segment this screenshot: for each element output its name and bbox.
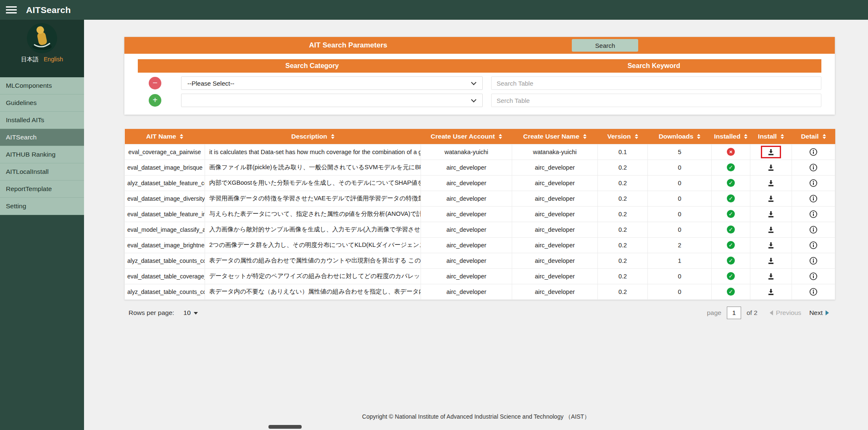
detail-button[interactable] (807, 255, 820, 266)
detail-button[interactable] (807, 178, 820, 189)
column-header[interactable]: Create User Account (421, 129, 512, 144)
version-cell: 0.1 (598, 144, 648, 160)
plus-icon: + (153, 96, 158, 104)
results-table: AIT Name Description (124, 129, 835, 300)
column-header[interactable]: Description (205, 129, 421, 144)
detail-button[interactable] (807, 147, 820, 157)
installed-yes-icon: ✓ (727, 163, 735, 171)
column-header[interactable]: Downloads (648, 129, 712, 144)
previous-arrow-icon (770, 310, 773, 315)
sort-icon[interactable] (331, 134, 334, 139)
column-header[interactable]: Version (598, 129, 648, 144)
description-cell: 与えられた表データについて、指定された属性のp値を分散分析(ANOVA)で計算す… (205, 206, 421, 222)
lang-japanese-link[interactable]: 日本語 (21, 56, 39, 63)
column-header[interactable]: AIT Name (125, 129, 205, 144)
detail-cell (792, 237, 835, 253)
sort-icon[interactable] (583, 134, 587, 139)
sidebar-item[interactable]: AITLocalInstall (0, 163, 84, 181)
description-cell: データセットが特定のペアワイズの組み合わせに対してどの程度のカバレッジを持ってい… (205, 268, 421, 284)
sidebar-item-label: AITSearch (6, 134, 37, 141)
installed-yes-icon: ✓ (727, 257, 735, 265)
sidebar-item[interactable]: MLComponents (0, 77, 84, 94)
sort-icon[interactable] (744, 134, 747, 139)
remove-criteria-button[interactable]: − (149, 77, 161, 89)
info-icon (809, 288, 818, 296)
detail-button[interactable] (807, 286, 820, 297)
column-header[interactable]: Create User Name (512, 129, 598, 144)
next-page-button[interactable]: Next (809, 309, 829, 317)
sidebar-item[interactable]: AITHUB Ranking (0, 146, 84, 163)
install-button[interactable] (761, 146, 781, 158)
search-category-header: Search Category (138, 59, 487, 73)
create-user-name-cell: airc_developer (512, 206, 598, 222)
install-button[interactable] (761, 192, 781, 205)
install-button[interactable] (761, 239, 781, 252)
sort-icon[interactable] (781, 134, 784, 139)
lang-english-link[interactable]: English (44, 56, 63, 63)
install-cell (750, 268, 792, 284)
column-header[interactable]: Installed (712, 129, 750, 144)
detail-button[interactable] (807, 209, 820, 220)
installed-no-icon: × (727, 148, 735, 156)
install-button[interactable] (761, 286, 781, 298)
keyword-input[interactable] (491, 76, 821, 90)
install-button[interactable] (761, 161, 781, 174)
detail-cell (792, 284, 835, 299)
detail-button[interactable] (807, 193, 820, 204)
create-user-account-cell: airc_developer (421, 237, 512, 253)
install-button[interactable] (761, 254, 781, 267)
detail-button[interactable] (807, 162, 820, 173)
logo-panel: 日本語 English (0, 20, 84, 77)
column-header[interactable]: Install (750, 129, 792, 144)
keyword-input[interactable] (491, 94, 821, 107)
previous-page-button[interactable]: Previous (770, 309, 801, 317)
install-button[interactable] (761, 223, 781, 236)
sort-icon[interactable] (635, 134, 638, 139)
rows-per-page-select[interactable]: 10 (184, 309, 198, 317)
horizontal-scrollbar-thumb[interactable] (268, 425, 302, 429)
sidebar: 日本語 English MLComponents Guidelines Inst… (0, 20, 84, 430)
sort-icon[interactable] (823, 134, 826, 139)
installed-cell: ✓ (712, 268, 750, 284)
top-bar: AITSearch (0, 0, 868, 20)
install-button[interactable] (761, 208, 781, 220)
version-cell: 0.2 (598, 268, 648, 284)
install-cell (750, 237, 792, 253)
search-button[interactable]: Search (572, 39, 638, 52)
sidebar-item[interactable]: Installed AITs (0, 112, 84, 129)
hamburger-menu-icon[interactable] (6, 6, 17, 13)
info-icon (809, 148, 818, 156)
sidebar-item[interactable]: AITSearch (0, 129, 84, 146)
downloads-cell: 0 (648, 284, 712, 299)
add-criteria-button[interactable]: + (149, 94, 161, 107)
sort-icon[interactable] (697, 134, 700, 139)
install-button[interactable] (761, 270, 781, 283)
installed-cell: ✓ (712, 222, 750, 237)
page-number-input[interactable] (727, 307, 741, 319)
language-switcher: 日本語 English (21, 56, 63, 63)
detail-cell (792, 268, 835, 284)
detail-button[interactable] (807, 240, 820, 251)
category-select[interactable] (181, 94, 483, 107)
ait-name-cell: alyz_dataset_table_counts_com... (125, 253, 205, 268)
category-select[interactable]: --Please Select-- (181, 76, 483, 90)
downloads-cell: 0 (648, 160, 712, 175)
column-header-label: AIT Name (146, 133, 176, 140)
info-icon (809, 241, 818, 249)
ait-name-cell: eval_model_image_classify_acc_... (125, 222, 205, 237)
install-button[interactable] (761, 177, 781, 189)
detail-button[interactable] (807, 271, 820, 282)
column-header[interactable]: Detail (792, 129, 835, 144)
sort-icon[interactable] (180, 134, 183, 139)
sidebar-item[interactable]: Setting (0, 198, 84, 215)
detail-cell (792, 175, 835, 191)
installed-cell: ✓ (712, 191, 750, 206)
detail-button[interactable] (807, 224, 820, 235)
info-icon (809, 225, 818, 234)
info-icon (809, 257, 818, 265)
sort-icon[interactable] (499, 134, 502, 139)
description-cell: 内部でXGBoostを用いた分類モデルを生成し、そのモデルについてSHAP値を計… (205, 175, 421, 191)
downloads-cell: 0 (648, 206, 712, 222)
sidebar-item[interactable]: Guidelines (0, 94, 84, 112)
sidebar-item[interactable]: ReportTemplate (0, 181, 84, 198)
